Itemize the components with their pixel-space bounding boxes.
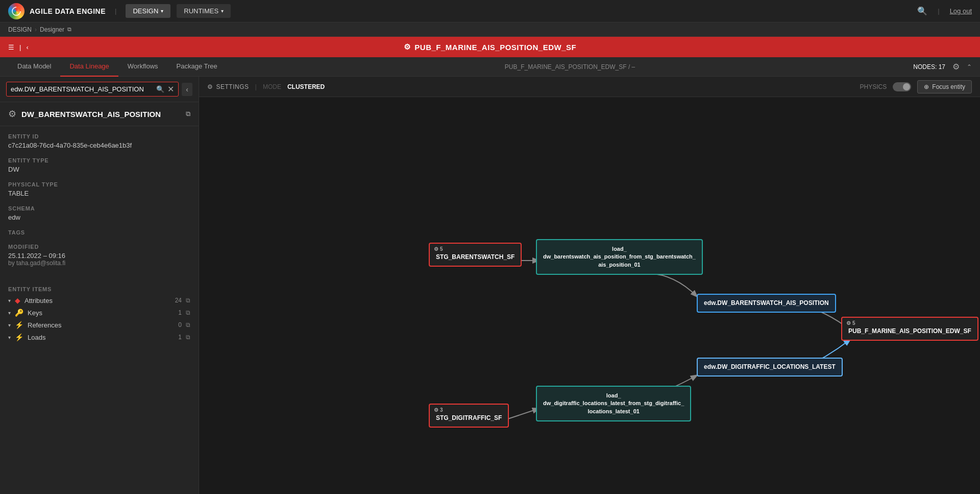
breadcrumb-design[interactable]: DESIGN [8,26,32,33]
node-label-dw-barentswatch: edw.DW_BARENTSWATCH_AIS_POSITION [704,299,829,308]
header-left-icons: ☰ | ‹ [8,43,29,51]
top-right-divider: | [938,7,939,15]
loads-label: Loads [28,334,174,341]
tab-bar: Data Model Data Lineage Workflows Packag… [0,57,980,77]
references-icon: ⚡ [15,321,23,329]
sidebar-toggle-icon[interactable]: ☰ [8,43,14,51]
top-nav-right: 🔍 | Log out [917,6,972,16]
graph-toggle-icon[interactable]: ⚙ [952,62,960,72]
graph-arrows-svg [199,97,980,494]
left-panel: 🔍 ✕ ‹ ⚙ DW_BARENTSWATCH_AIS_POSITION ⧉ E… [0,77,199,494]
detail-schema: SCHEMA edw [8,205,190,221]
node-badge-stg-digitraffic: ⚙3 [434,407,443,414]
breadcrumb-sep: › [35,26,37,33]
node-label-load-barentswatch: load_dw_barentswatch_ais_position_from_s… [543,245,696,269]
detail-entity-type: ENTITY TYPE DW [8,157,190,173]
keys-item[interactable]: ▾ 🔑 Keys 1 ⧉ [8,309,190,317]
attributes-ext[interactable]: ⧉ [186,297,190,304]
search-input[interactable] [11,85,153,93]
tab-path: PUB_F_MARINE_AIS_POSITION_EDW_SF / – [505,63,635,70]
search-btn-icon[interactable]: 🔍 [156,85,164,93]
loads-item[interactable]: ▾ ⚡ Loads 1 ⧉ [8,333,190,341]
node-dw-digitraffic[interactable]: edw.DW_DIGITRAFFIC_LOCATIONS_LATEST [697,358,843,377]
node-badge-pub-marine: ⚙5 [846,320,855,327]
keys-label: Keys [28,309,174,317]
settings-btn[interactable]: ⚙ SETTINGS [207,83,249,90]
canvas-area: ⚙ SETTINGS | MODE CLUSTERED PHYSICS ⊕ Fo… [199,77,980,494]
canvas-top-right: PHYSICS ⊕ Focus entity [860,80,972,93]
node-load-barentswatch[interactable]: load_dw_barentswatch_ais_position_from_s… [536,239,703,275]
global-search-icon[interactable]: 🔍 [917,6,927,16]
red-header: ☰ | ‹ ⚙ PUB_F_MARINE_AIS_POSITION_EDW_SF [0,37,980,57]
breadcrumb-ext-icon[interactable]: ⧉ [67,26,71,33]
detail-physical-type: PHYSICAL TYPE TABLE [8,181,190,197]
runtimes-chevron: ▾ [221,8,224,14]
node-pub-marine[interactable]: ⚙5 PUB_F_MARINE_AIS_POSITION_EDW_SF [841,317,978,341]
references-label: References [28,321,174,329]
header-entity-icon: ⚙ [404,42,411,52]
header-divider: | [19,43,21,51]
keys-count: 1 [178,309,182,316]
runtimes-nav-btn[interactable]: RUNTIMES ▾ [177,4,231,18]
entity-header: ⚙ DW_BARENTSWATCH_AIS_POSITION ⧉ [0,102,199,126]
top-nav: AGILE DATA ENGINE | DESIGN ▾ RUNTIMES ▾ … [0,0,980,22]
node-dw-barentswatch[interactable]: edw.DW_BARENTSWATCH_AIS_POSITION [697,294,836,313]
breadcrumb-designer[interactable]: Designer [40,26,64,33]
logout-link[interactable]: Log out [950,7,972,15]
tab-package-tree[interactable]: Package Tree [167,57,227,77]
focus-icon: ⊕ [924,83,929,90]
nodes-count: NODES: 17 [913,63,945,70]
loads-ext[interactable]: ⧉ [186,334,190,341]
header-title-text: PUB_F_MARINE_AIS_POSITION_EDW_SF [414,43,576,52]
references-item[interactable]: ▾ ⚡ References 0 ⧉ [8,321,190,329]
tab-data-model[interactable]: Data Model [8,57,60,77]
references-chevron: ▾ [8,322,11,328]
entity-ext-link[interactable]: ⧉ [186,110,190,118]
focus-entity-btn[interactable]: ⊕ Focus entity [917,80,972,93]
search-input-wrap: 🔍 ✕ [6,82,179,97]
detail-entity-id: ENTITY ID c7c21a08-76cd-4a70-835e-ceb4e6… [8,133,190,149]
node-label-pub-marine: PUB_F_MARINE_AIS_POSITION_EDW_SF [848,327,971,336]
logo-icon [8,3,24,19]
design-nav-btn[interactable]: DESIGN ▾ [126,4,170,18]
entity-items: ENTITY ITEMS ▾ ◆ Attributes 24 ⧉ ▾ 🔑 Key… [0,282,199,354]
entity-name: DW_BARENTSWATCH_AIS_POSITION [21,110,161,119]
clear-search-btn[interactable]: ✕ [167,84,174,94]
attributes-chevron: ▾ [8,298,11,303]
attributes-label: Attributes [24,297,171,304]
search-bar: 🔍 ✕ ‹ [0,77,199,102]
entity-details: ENTITY ID c7c21a08-76cd-4a70-835e-ceb4e6… [0,126,199,282]
breadcrumb: DESIGN › Designer ⧉ [0,22,980,37]
node-stg-barentswatch[interactable]: ⚙5 STG_BARENTSWATCH_SF [429,243,522,267]
header-title: ⚙ PUB_F_MARINE_AIS_POSITION_EDW_SF [404,42,576,52]
attributes-item[interactable]: ▾ ◆ Attributes 24 ⧉ [8,296,190,304]
node-stg-digitraffic[interactable]: ⚙3 STG_DIGITRAFFIC_SF [429,404,509,428]
panel-collapse-btn[interactable]: ‹ [182,83,192,96]
node-label-load-digitraffic: load_dw_digitraffic_locations_latest_fro… [543,392,684,415]
attributes-count: 24 [175,297,182,304]
tab-workflows[interactable]: Workflows [118,57,167,77]
node-badge-stg-barentswatch: ⚙5 [434,246,443,253]
tab-path-text: PUB_F_MARINE_AIS_POSITION_EDW_SF / – [505,63,635,70]
loads-icon: ⚡ [15,333,23,341]
nav-divider: | [115,7,116,15]
loads-chevron: ▾ [8,335,11,340]
node-label-stg-digitraffic: STG_DIGITRAFFIC_SF [436,414,502,422]
loads-count: 1 [178,334,182,341]
entity-icon: ⚙ [8,108,16,120]
attributes-icon: ◆ [15,296,20,304]
tab-data-lineage[interactable]: Data Lineage [60,57,118,77]
references-ext[interactable]: ⧉ [186,321,190,328]
node-load-digitraffic[interactable]: load_dw_digitraffic_locations_latest_fro… [536,386,691,421]
graph-expand-icon[interactable]: ⌃ [967,63,972,70]
canvas-divider: | [255,83,257,90]
physics-toggle[interactable] [893,82,911,91]
collapse-icon[interactable]: ‹ [26,43,28,51]
graph-canvas: ⚙5 STG_BARENTSWATCH_SF load_dw_barentswa… [199,97,980,494]
logo-area: AGILE DATA ENGINE [8,3,106,19]
main-layout: 🔍 ✕ ‹ ⚙ DW_BARENTSWATCH_AIS_POSITION ⧉ E… [0,77,980,494]
keys-ext[interactable]: ⧉ [186,309,190,316]
keys-icon: 🔑 [15,309,23,317]
keys-chevron: ▾ [8,310,11,316]
design-chevron: ▾ [161,8,163,14]
